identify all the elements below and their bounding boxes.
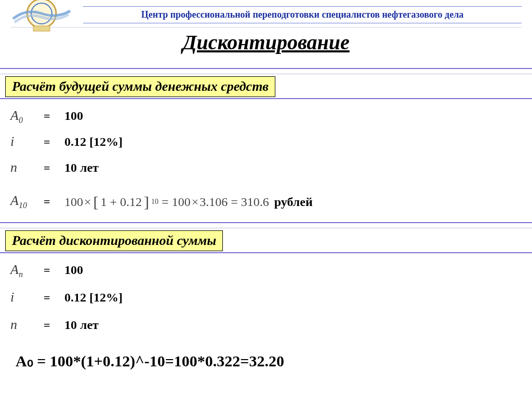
- row-an: An = 100: [10, 262, 83, 279]
- symbol-an: An: [10, 262, 44, 279]
- row-n: n = 10 лет: [10, 160, 99, 175]
- emblem-icon: [5, 0, 78, 34]
- symbol-i: i: [10, 134, 44, 149]
- equals: =: [44, 319, 64, 332]
- divider: [0, 98, 532, 99]
- value-i: 0.12 [12%]: [64, 291, 123, 305]
- equals: =: [231, 195, 238, 209]
- equals: =: [44, 291, 64, 305]
- final-formula: A₀ = 100*(1+0.12)^-10=100*0.322=32.20: [16, 352, 284, 370]
- symbol-i: i: [10, 290, 44, 305]
- times-icon: ×: [84, 195, 91, 209]
- equals: =: [44, 264, 64, 277]
- bracket-right-icon: ]: [143, 193, 150, 211]
- value-an: 100: [64, 263, 83, 277]
- symbol-n: n: [10, 317, 44, 333]
- row-i2: i = 0.12 [12%]: [10, 290, 123, 305]
- header-rule-full: [10, 27, 522, 28]
- header-org-text: Центр профессиональной переподготовки сп…: [83, 9, 522, 20]
- formula-part: 3.106: [200, 195, 228, 209]
- symbol-a0: A0: [10, 108, 44, 125]
- row-i: i = 0.12 [12%]: [10, 134, 123, 149]
- times-icon: ×: [192, 195, 199, 209]
- symbol-a10: A10: [10, 193, 44, 210]
- formula-part: 100: [64, 195, 83, 209]
- equals: =: [44, 109, 64, 123]
- slide-title: Дисконтирование: [0, 30, 532, 54]
- equals: =: [44, 135, 64, 149]
- symbol-n: n: [10, 160, 44, 175]
- value-i: 0.12 [12%]: [64, 135, 123, 149]
- row-a10-formula: A10 = 100 × [ 1 + 0.12 ] 10 = 100 × 3.10…: [10, 193, 313, 211]
- section1-heading: Расчёт будущей суммы денежных средств: [5, 76, 275, 97]
- formula-part: 100: [172, 195, 191, 209]
- value-a0: 100: [64, 109, 83, 123]
- row-n2: n = 10 лет: [10, 317, 99, 333]
- formula-a10: 100 × [ 1 + 0.12 ] 10 = 100 × 3.106 = 31…: [64, 193, 269, 211]
- divider: [0, 222, 532, 223]
- header-rule-top: [83, 6, 522, 7]
- section2-heading: Расчёт дисконтированной суммы: [5, 230, 223, 251]
- formula-part: 1 + 0.12: [101, 195, 142, 209]
- exponent: 10: [151, 198, 158, 206]
- row-a0: A0 = 100: [10, 108, 83, 125]
- equals: =: [44, 195, 64, 209]
- formula-result: 310.6: [241, 195, 269, 209]
- value-n: 10 лет: [64, 161, 99, 175]
- divider-thin: [0, 74, 532, 74]
- currency-label: рублей: [274, 195, 313, 209]
- bracket-left-icon: [: [92, 193, 100, 211]
- divider-thin: [0, 228, 532, 228]
- divider: [0, 68, 532, 69]
- header-rule-bot: [83, 23, 522, 23]
- equals: =: [44, 161, 64, 175]
- divider: [0, 252, 532, 253]
- value-n: 10 лет: [64, 318, 99, 332]
- equals: =: [162, 195, 169, 209]
- slide: Центр профессиональной переподготовки сп…: [0, 0, 532, 398]
- header: Центр профессиональной переподготовки сп…: [0, 0, 532, 27]
